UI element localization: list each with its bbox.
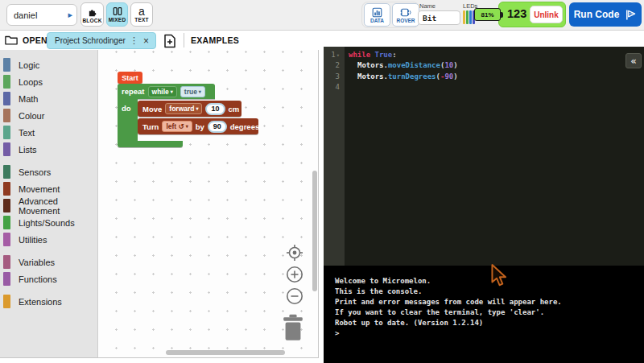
robot-name-input[interactable] xyxy=(418,10,460,25)
condition-dropdown[interactable]: true ▾ xyxy=(180,86,205,97)
text-a-icon: a xyxy=(138,6,145,16)
trash-button[interactable] xyxy=(281,314,305,344)
category-extensions[interactable]: Extensions xyxy=(0,293,97,310)
distance-field[interactable]: 10 xyxy=(205,103,225,115)
mode-text-label: TEXT xyxy=(134,17,148,23)
folder-icon xyxy=(5,35,18,45)
micromelon-ide: ▸ BLOCK MIXED a TEXT xyxy=(0,0,644,363)
turn-direction-dropdown[interactable]: left ↺ ▾ xyxy=(162,121,192,132)
puzzle-icon xyxy=(87,6,97,17)
workspace-horizontal-scrollbar[interactable] xyxy=(166,350,285,355)
editor-gutter: 1▾ 2 3 4 xyxy=(324,47,345,266)
do-label: do xyxy=(122,104,131,113)
code-line-4[interactable] xyxy=(345,82,644,93)
plus-icon xyxy=(286,266,303,283)
data-button[interactable]: DATA xyxy=(364,3,390,27)
category-color-chip xyxy=(3,142,10,156)
led-bar xyxy=(463,10,465,24)
tab-divider xyxy=(184,33,184,47)
while-dropdown[interactable]: while ▾ xyxy=(148,86,177,97)
category-logic[interactable]: Logic xyxy=(0,56,97,73)
console-line: Print and error messages from code will … xyxy=(335,297,644,307)
direction-dropdown[interactable]: forward ▾ xyxy=(165,103,202,114)
run-code-button[interactable]: Run Code xyxy=(569,2,642,27)
new-file-button[interactable] xyxy=(161,32,179,49)
category-variables[interactable]: Variables xyxy=(0,254,97,270)
turn-block[interactable]: Turn left ↺ ▾ by 90 degrees xyxy=(138,118,258,134)
mode-mixed-button[interactable]: MIXED xyxy=(106,2,128,27)
flag-icon xyxy=(625,9,637,21)
category-advanced-movement[interactable]: Advanced Movement xyxy=(0,197,97,214)
tab-project-schrodinger[interactable]: Project Schrodinger ⋮ × xyxy=(47,32,156,49)
block-canvas[interactable]: Start repeat while ▾ true ▾ do Move forw… xyxy=(99,50,318,357)
code-editor[interactable]: 1▾ 2 3 4 while True: Motors.moveDistance… xyxy=(324,47,644,266)
category-color-chip xyxy=(3,272,10,286)
zoom-out-button[interactable] xyxy=(286,287,303,308)
category-sensors[interactable]: Sensors xyxy=(0,163,97,180)
console-line: Welcome to Micromelon. xyxy=(335,276,644,287)
block-category-sidebar: Logic Loops Math Colour Text Lists Senso… xyxy=(0,50,98,357)
move-block[interactable]: Move forward ▾ 10 cm xyxy=(138,101,242,117)
category-text[interactable]: Text xyxy=(0,124,97,141)
tab-menu-icon[interactable]: ⋮ xyxy=(126,36,142,45)
category-math[interactable]: Math xyxy=(0,90,97,107)
battery-indicator: 81% xyxy=(474,8,501,21)
category-colour[interactable]: Colour xyxy=(0,107,97,124)
fold-icon[interactable]: ▾ xyxy=(336,52,340,59)
console-prompt[interactable]: > xyxy=(335,328,644,339)
trash-icon xyxy=(281,314,305,341)
open-button[interactable]: OPEN xyxy=(5,35,47,45)
category-lights-sounds[interactable]: Lights/Sounds xyxy=(0,214,97,231)
battery-percent: 81% xyxy=(481,11,493,19)
code-line-1[interactable]: while True: xyxy=(345,50,644,60)
category-color-chip xyxy=(3,92,10,105)
code-line-3[interactable]: Motors.turnDegrees(-90) xyxy=(345,72,644,82)
console-line: Robot up to date. (Version 1.2.14) xyxy=(335,318,644,328)
chevron-down-icon: ▾ xyxy=(196,106,198,111)
console-line: If you want to clear the terminal, type … xyxy=(335,307,644,318)
code-line-2[interactable]: Motors.moveDistance(10) xyxy=(345,60,644,71)
category-color-chip xyxy=(3,58,10,72)
unlink-button[interactable]: Unlink xyxy=(530,6,563,23)
center-view-button[interactable] xyxy=(286,244,303,265)
mode-block-button[interactable]: BLOCK xyxy=(80,2,104,27)
angle-field[interactable]: 90 xyxy=(208,121,227,133)
tab-title: Project Schrodinger xyxy=(55,36,126,45)
category-color-chip xyxy=(3,182,10,196)
robot-id-counter: 123 xyxy=(507,7,526,20)
crosshair-icon xyxy=(286,244,303,262)
category-loops[interactable]: Loops xyxy=(0,73,97,90)
user-dropdown-icon[interactable]: ▸ xyxy=(68,10,72,19)
start-block[interactable]: Start xyxy=(118,72,142,84)
new-file-icon xyxy=(163,34,176,48)
user-profile-box[interactable]: ▸ xyxy=(6,4,77,26)
category-color-chip xyxy=(3,165,10,179)
zoom-in-button[interactable] xyxy=(286,266,303,287)
category-color-chip xyxy=(3,75,10,89)
category-functions[interactable]: Functions xyxy=(0,270,97,287)
top-toolbar: ▸ BLOCK MIXED a TEXT xyxy=(0,0,644,31)
examples-button[interactable]: EXAMPLES xyxy=(191,35,239,45)
tab-close-icon[interactable]: × xyxy=(142,36,151,46)
repeat-while-block[interactable]: repeat while ▾ true ▾ xyxy=(118,84,215,99)
category-lists[interactable]: Lists xyxy=(0,141,97,158)
workspace-vertical-scrollbar[interactable] xyxy=(312,171,317,291)
category-color-chip xyxy=(3,126,10,139)
line-number: 3 xyxy=(324,72,345,82)
code-area[interactable]: while True: Motors.moveDistance(10) Moto… xyxy=(345,50,644,93)
mode-mixed-label: MIXED xyxy=(109,17,126,23)
category-movement[interactable]: Movement xyxy=(0,180,97,197)
category-utilities[interactable]: Utilities xyxy=(0,231,97,248)
repeat-block-footer[interactable] xyxy=(118,141,183,147)
open-label: OPEN xyxy=(23,35,47,45)
line-number: 4 xyxy=(324,82,345,93)
user-input[interactable] xyxy=(14,10,68,20)
mode-text-button[interactable]: a TEXT xyxy=(130,2,153,27)
chevron-down-icon: ▾ xyxy=(199,89,201,94)
chevron-down-icon: ▾ xyxy=(171,89,173,94)
rover-icon xyxy=(400,7,411,18)
rover-button[interactable]: ROVER xyxy=(392,3,419,27)
collapse-panel-button[interactable]: « xyxy=(625,53,642,68)
console-panel[interactable]: Welcome to Micromelon. This is the conso… xyxy=(324,266,644,363)
category-color-chip xyxy=(3,109,10,122)
